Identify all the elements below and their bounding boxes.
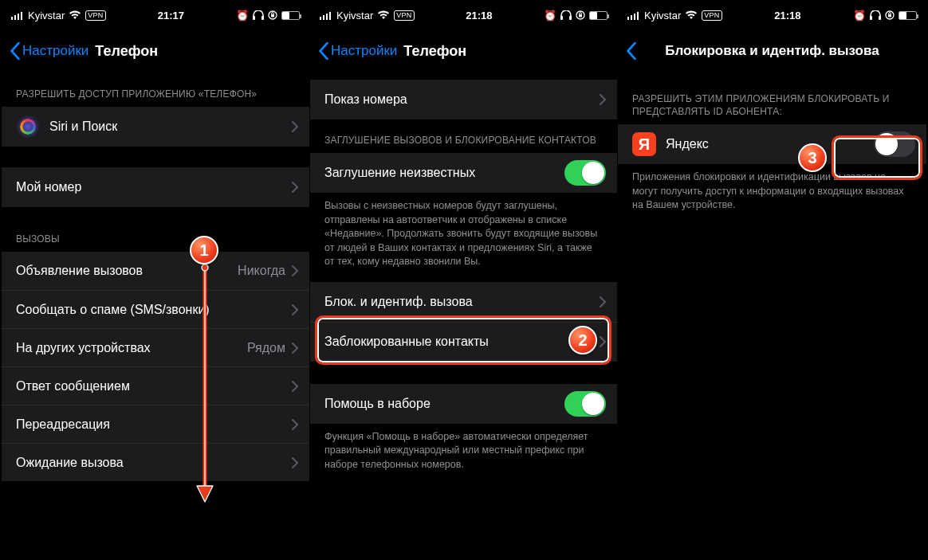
- headphones-icon: [253, 10, 264, 20]
- row-value: Рядом: [247, 341, 285, 355]
- chevron-right-icon: [292, 304, 298, 315]
- chevron-right-icon: [292, 381, 298, 392]
- chevron-right-icon: [292, 182, 298, 193]
- nav-bar: Блокировка и идентиф. вызова: [618, 29, 926, 73]
- svg-rect-1: [14, 15, 16, 20]
- row-call-waiting[interactable]: Ожидание вызова: [2, 443, 309, 481]
- screen-3: Kyivstar VPN 21:18 ⏰ Блокировка и иденти…: [617, 2, 926, 558]
- row-block-identify[interactable]: Блок. и идентиф. вызова: [310, 282, 617, 322]
- row-show-number[interactable]: Показ номера: [310, 80, 617, 119]
- svg-rect-26: [888, 14, 891, 18]
- status-time: 21:17: [158, 10, 184, 22]
- svg-rect-14: [329, 12, 331, 20]
- chevron-right-icon: [600, 296, 606, 307]
- signal-icon: [11, 11, 24, 20]
- back-label: Настройки: [331, 43, 397, 59]
- alarm-icon: ⏰: [853, 10, 866, 22]
- section-footer-silence: Вызовы с неизвестных номеров будут заглу…: [310, 193, 617, 274]
- svg-rect-16: [569, 16, 572, 20]
- svg-rect-18: [579, 14, 582, 18]
- wifi-icon: [685, 10, 698, 20]
- yandex-icon: Я: [632, 132, 656, 156]
- row-my-number[interactable]: Мой номер: [2, 167, 309, 207]
- svg-rect-21: [634, 14, 635, 20]
- orientation-lock-icon: [268, 10, 277, 20]
- section-header-calls: ВЫЗОВЫ: [2, 207, 309, 252]
- chevron-right-icon: [292, 265, 298, 276]
- row-label: Яндекс: [666, 137, 874, 151]
- row-dial-assist[interactable]: Помощь в наборе: [310, 384, 617, 424]
- row-label: Siri и Поиск: [49, 119, 292, 134]
- svg-rect-5: [261, 16, 264, 20]
- row-label: Показ номера: [324, 92, 600, 107]
- row-silence-unknown[interactable]: Заглушение неизвестных: [310, 153, 617, 193]
- back-button[interactable]: [626, 42, 637, 60]
- toggle-yandex[interactable]: [874, 131, 915, 157]
- orientation-lock-icon: [576, 10, 585, 20]
- svg-rect-3: [21, 12, 22, 20]
- battery-icon: [281, 11, 300, 20]
- back-button[interactable]: Настройки: [10, 42, 88, 60]
- step-badge-3: 3: [798, 143, 827, 172]
- svg-rect-7: [271, 14, 274, 18]
- alarm-icon: ⏰: [236, 10, 249, 22]
- row-siri[interactable]: Siri и Поиск: [2, 107, 309, 147]
- status-time: 21:18: [466, 10, 492, 22]
- status-bar: Kyivstar VPN 21:18 ⏰: [618, 2, 926, 29]
- toggle-silence-unknown[interactable]: [564, 160, 606, 186]
- row-label: Переадресация: [16, 417, 292, 432]
- row-label: Мой номер: [16, 180, 292, 194]
- row-value: Никогда: [238, 264, 285, 278]
- toggle-dial-assist[interactable]: [564, 391, 606, 417]
- section-footer-dial: Функция «Помощь в наборе» автоматически …: [310, 424, 617, 477]
- signal-icon: [627, 11, 640, 20]
- vpn-badge: VPN: [702, 10, 722, 21]
- headphones-icon: [560, 10, 572, 20]
- page-title: Блокировка и идентиф. вызова: [618, 43, 926, 59]
- svg-rect-2: [18, 14, 19, 20]
- section-header-allow: РАЗРЕШИТЬ ДОСТУП ПРИЛОЖЕНИЮ «ТЕЛЕФОН»: [2, 73, 309, 107]
- svg-rect-0: [11, 17, 13, 20]
- carrier-label: Kyivstar: [644, 10, 681, 22]
- back-button[interactable]: Настройки: [318, 42, 397, 60]
- row-label: Ожидание вызова: [16, 456, 292, 470]
- svg-rect-4: [253, 16, 255, 20]
- page-title: Телефон: [403, 43, 466, 60]
- row-yandex[interactable]: Я Яндекс: [618, 124, 926, 164]
- chevron-right-icon: [292, 121, 298, 132]
- row-other-devices[interactable]: На других устройствах Рядом: [2, 328, 309, 366]
- row-reply-message[interactable]: Ответ сообщением: [2, 366, 309, 405]
- svg-rect-23: [870, 16, 872, 20]
- row-label: Заблокированные контакты: [324, 335, 600, 349]
- svg-rect-15: [560, 16, 563, 20]
- svg-rect-22: [637, 12, 639, 20]
- signal-icon: [320, 11, 332, 20]
- row-label: Объявление вызовов: [16, 264, 238, 278]
- section-header-silence: ЗАГЛУШЕНИЕ ВЫЗОВОВ И БЛОКИРОВАНИЕ КОНТАК…: [310, 119, 617, 153]
- svg-rect-19: [627, 17, 629, 20]
- row-label: Заглушение неизвестных: [324, 166, 564, 180]
- status-bar: Kyivstar VPN 21:17 ⏰: [2, 2, 309, 29]
- wifi-icon: [377, 10, 390, 20]
- chevron-right-icon: [600, 336, 606, 347]
- nav-bar: Настройки Телефон: [310, 29, 617, 73]
- screen-2: Kyivstar VPN 21:18 ⏰ Настройки Телефон П: [309, 2, 617, 558]
- siri-icon: [16, 115, 40, 139]
- chevron-right-icon: [600, 94, 606, 105]
- wifi-icon: [69, 10, 81, 20]
- row-label: Ответ сообщением: [16, 379, 292, 394]
- step-badge-2: 2: [568, 326, 597, 354]
- screen-1: Kyivstar VPN 21:17 ⏰ Настройки Телефон Р…: [2, 2, 309, 558]
- status-bar: Kyivstar VPN 21:18 ⏰: [310, 2, 617, 29]
- status-time: 21:18: [774, 10, 800, 22]
- carrier-label: Kyivstar: [336, 10, 373, 22]
- battery-icon: [899, 11, 917, 20]
- section-header-allow-apps: РАЗРЕШИТЬ ЭТИМ ПРИЛОЖЕНИЯМ БЛОКИРОВАТЬ И…: [618, 73, 926, 124]
- page-title: Телефон: [95, 43, 158, 60]
- svg-rect-24: [879, 16, 881, 20]
- row-announce-calls[interactable]: Объявление вызовов Никогда: [2, 252, 309, 290]
- chevron-right-icon: [292, 419, 298, 430]
- orientation-lock-icon: [885, 10, 895, 20]
- row-call-forwarding[interactable]: Переадресация: [2, 405, 309, 443]
- row-report-spam[interactable]: Сообщать о спаме (SMS/звонки): [2, 290, 309, 328]
